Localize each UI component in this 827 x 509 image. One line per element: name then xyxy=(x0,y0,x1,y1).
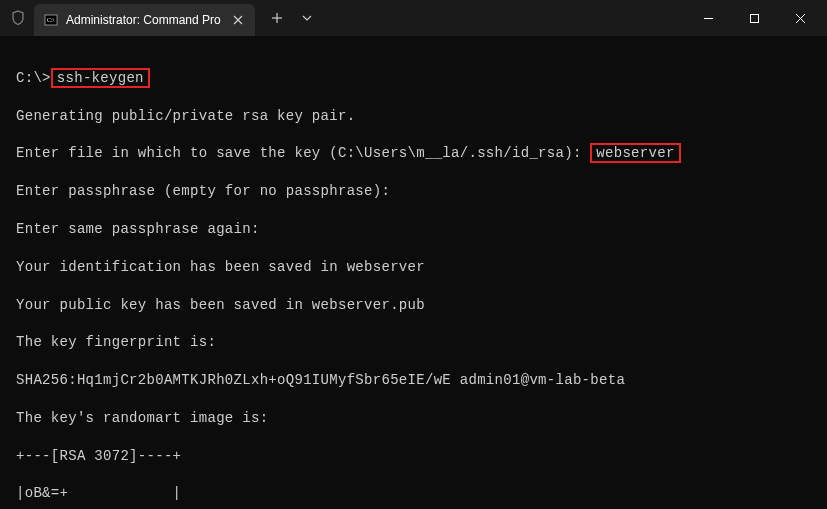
new-tab-button[interactable] xyxy=(263,4,291,32)
active-tab[interactable]: C:\ Administrator: Command Pro xyxy=(34,4,255,36)
close-button[interactable] xyxy=(777,0,823,36)
randomart-line: +---[RSA 3072]----+ xyxy=(16,447,811,466)
terminal-line: SHA256:Hq1mjCr2b0AMTKJRh0ZLxh+oQ91IUMyfS… xyxy=(16,371,811,390)
terminal-output[interactable]: C:\>ssh-keygen Generating public/private… xyxy=(0,36,827,509)
randomart-line: |oB&=+ | xyxy=(16,484,811,503)
prompt: C:\> xyxy=(16,70,51,86)
terminal-line: The key fingerprint is: xyxy=(16,333,811,352)
shield-icon xyxy=(8,8,28,28)
terminal-line: C:\>ssh-keygen xyxy=(16,69,811,88)
command-highlight: ssh-keygen xyxy=(51,68,150,88)
tab-controls xyxy=(263,4,321,32)
minimize-button[interactable] xyxy=(685,0,731,36)
terminal-line: Generating public/private rsa key pair. xyxy=(16,107,811,126)
terminal-line: The key's randomart image is: xyxy=(16,409,811,428)
prompt-text: Enter file in which to save the key (C:\… xyxy=(16,145,582,161)
window-controls xyxy=(685,0,823,36)
svg-text:C:\: C:\ xyxy=(47,17,55,23)
terminal-line: Enter file in which to save the key (C:\… xyxy=(16,144,811,163)
terminal-line: Your identification has been saved in we… xyxy=(16,258,811,277)
svg-rect-7 xyxy=(750,14,758,22)
cmd-icon: C:\ xyxy=(44,13,58,27)
maximize-button[interactable] xyxy=(731,0,777,36)
tab-dropdown-button[interactable] xyxy=(293,4,321,32)
titlebar: C:\ Administrator: Command Pro xyxy=(0,0,827,36)
terminal-line: Enter same passphrase again: xyxy=(16,220,811,239)
tab-title: Administrator: Command Pro xyxy=(66,13,221,27)
terminal-window: C:\ Administrator: Command Pro xyxy=(0,0,827,509)
input-highlight: webserver xyxy=(590,143,680,163)
terminal-line: Your public key has been saved in webser… xyxy=(16,296,811,315)
terminal-line: Enter passphrase (empty for no passphras… xyxy=(16,182,811,201)
tab-close-button[interactable] xyxy=(229,11,247,29)
